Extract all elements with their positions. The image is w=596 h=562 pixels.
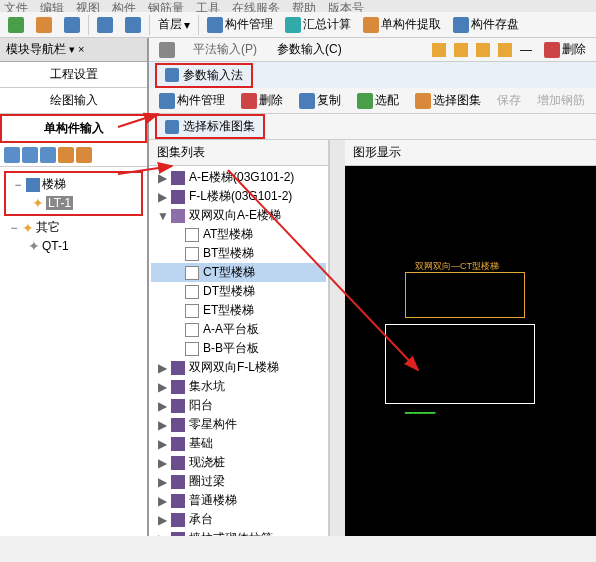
item-label: 墙柱或砌体拉筋 — [189, 530, 273, 536]
book-icon — [171, 456, 185, 470]
gallery-item[interactable]: AT型楼梯 — [151, 225, 326, 244]
gallery-item[interactable]: ▼双网双向A-E楼梯 — [151, 206, 326, 225]
gallery-item[interactable]: ▶A-E楼梯(03G101-2) — [151, 168, 326, 187]
play-next[interactable] — [476, 43, 490, 57]
menu-tools[interactable]: 工具 — [196, 0, 220, 12]
menu-component[interactable]: 构件 — [112, 0, 136, 12]
mini-tool-1[interactable] — [4, 147, 20, 163]
expand-icon: ▶ — [157, 532, 167, 537]
menu-edit[interactable]: 编辑 — [40, 0, 64, 12]
stair-icon — [26, 178, 40, 192]
item-label: 零星构件 — [189, 416, 237, 433]
gallery-item[interactable]: A-A平台板 — [151, 320, 326, 339]
expand-icon: ▼ — [157, 209, 167, 223]
cad-preview[interactable]: 双网双向—CT型楼梯 ━━━━━━ — [345, 166, 596, 536]
tab-flat[interactable]: 平法输入(P) — [187, 39, 263, 60]
menu-rebar[interactable]: 钢筋量 — [148, 0, 184, 12]
sub-match[interactable]: 选配 — [353, 90, 403, 111]
tree-stair[interactable]: −楼梯 — [8, 175, 139, 194]
expand-icon: ▶ — [157, 190, 167, 204]
mini-tool-3[interactable] — [40, 147, 56, 163]
pg-icon — [185, 342, 199, 356]
nav-tab-draw[interactable]: 绘图输入 — [0, 88, 147, 114]
gallery-item[interactable]: ▶承台 — [151, 510, 326, 529]
menubar: 文件 编辑 视图 构件 钢筋量 工具 在线服务 帮助 版本号 — [0, 0, 596, 12]
sub-copy[interactable]: 复制 — [295, 90, 345, 111]
play-prev[interactable] — [454, 43, 468, 57]
gallery-item[interactable]: DT型楼梯 — [151, 282, 326, 301]
gallery-item[interactable]: B-B平台板 — [151, 339, 326, 358]
menu-online[interactable]: 在线服务 — [232, 0, 280, 12]
tool-new[interactable] — [4, 15, 28, 35]
gallery-item[interactable]: ▶普通楼梯 — [151, 491, 326, 510]
gallery-item[interactable]: ET型楼梯 — [151, 301, 326, 320]
nav-tab-project[interactable]: 工程设置 — [0, 62, 147, 88]
sub-mgr[interactable]: 构件管理 — [155, 90, 229, 111]
del-icon — [241, 93, 257, 109]
tab-param[interactable]: 参数输入(C) — [271, 39, 348, 60]
param-method-title: 参数输入法 — [155, 63, 253, 88]
tool-sum-calc[interactable]: 汇总计算 — [281, 14, 355, 35]
item-label: 承台 — [189, 511, 213, 528]
sub-header2: 选择标准图集 — [149, 114, 596, 140]
expand-icon: ▶ — [157, 475, 167, 489]
gallery-item[interactable]: BT型楼梯 — [151, 244, 326, 263]
main-toolbar: 首层 ▾ 构件管理 汇总计算 单构件提取 构件存盘 — [0, 12, 596, 38]
mini-tool-2[interactable] — [22, 147, 38, 163]
gallery-item[interactable]: CT型楼梯 — [151, 263, 326, 282]
sub-header: 参数输入法 — [149, 62, 596, 88]
tool-save[interactable] — [60, 15, 84, 35]
cad-note: ━━━━━━ — [405, 408, 435, 418]
gallery-list-panel: 图集列表 ▶A-E楼梯(03G101-2)▶F-L楼梯(03G101-2)▼双网… — [149, 140, 329, 536]
sub-gallery[interactable]: 选择图集 — [411, 90, 485, 111]
gallery-item[interactable]: ▶双网双向F-L楼梯 — [151, 358, 326, 377]
gallery-item[interactable]: ▶F-L楼梯(03G101-2) — [151, 187, 326, 206]
gallery-item[interactable]: ▶集水坑 — [151, 377, 326, 396]
menu-view[interactable]: 视图 — [76, 0, 100, 12]
delete-btn[interactable]: 删除 — [540, 39, 590, 60]
book-icon — [171, 475, 185, 489]
ob-icon — [171, 209, 185, 223]
tab-tool-icon[interactable] — [155, 40, 179, 60]
tool-open[interactable] — [32, 15, 56, 35]
menu-help[interactable]: 帮助 — [292, 0, 316, 12]
sidebar: 模块导航栏 ▾ × 工程设置 绘图输入 单构件输入 −楼梯 ✦LT-1 −✦其它… — [0, 38, 148, 536]
book-icon — [171, 399, 185, 413]
gallery-item[interactable]: ▶基础 — [151, 434, 326, 453]
gallery-item[interactable]: ▶圈过梁 — [151, 472, 326, 491]
tool-component-mgr[interactable]: 构件管理 — [203, 14, 277, 35]
mini-tool-4[interactable] — [58, 147, 74, 163]
play-last[interactable] — [498, 43, 512, 57]
item-label: A-A平台板 — [203, 321, 259, 338]
nav-tab-single[interactable]: 单构件输入 — [0, 114, 147, 143]
play-first[interactable] — [432, 43, 446, 57]
book-icon — [171, 532, 185, 537]
gallery-item[interactable]: ▶零星构件 — [151, 415, 326, 434]
tree-lt1[interactable]: ✦LT-1 — [8, 194, 139, 212]
pg-icon — [185, 266, 199, 280]
menu-file[interactable]: 文件 — [4, 0, 28, 12]
sub-del[interactable]: 删除 — [237, 90, 287, 111]
gallery-item[interactable]: ▶现浇桩 — [151, 453, 326, 472]
tool-savecomp[interactable]: 构件存盘 — [449, 14, 523, 35]
item-label: F-L楼梯(03G101-2) — [189, 188, 292, 205]
book-icon — [171, 494, 185, 508]
expand-icon: ▶ — [157, 399, 167, 413]
tool-undo[interactable] — [93, 15, 117, 35]
list-scrollbar[interactable] — [329, 140, 345, 536]
sidebar-tree: −楼梯 ✦LT-1 −✦其它 ✦QT-1 — [0, 167, 147, 536]
menu-version[interactable]: 版本号 — [328, 0, 364, 12]
gallery-list[interactable]: ▶A-E楼梯(03G101-2)▶F-L楼梯(03G101-2)▼双网双向A-E… — [149, 166, 328, 536]
floor-selector[interactable]: 首层 ▾ — [154, 14, 194, 35]
expand-icon: ▶ — [157, 380, 167, 394]
book-icon — [171, 418, 185, 432]
tree-qt1[interactable]: ✦QT-1 — [4, 237, 143, 255]
tree-other[interactable]: −✦其它 — [4, 218, 143, 237]
mini-tool-5[interactable] — [76, 147, 92, 163]
tool-extract[interactable]: 单构件提取 — [359, 14, 445, 35]
tool-redo[interactable] — [121, 15, 145, 35]
item-label: CT型楼梯 — [203, 264, 255, 281]
gallery-item[interactable]: ▶阳台 — [151, 396, 326, 415]
play-sep: — — [520, 43, 532, 57]
gallery-item[interactable]: ▶墙柱或砌体拉筋 — [151, 529, 326, 536]
